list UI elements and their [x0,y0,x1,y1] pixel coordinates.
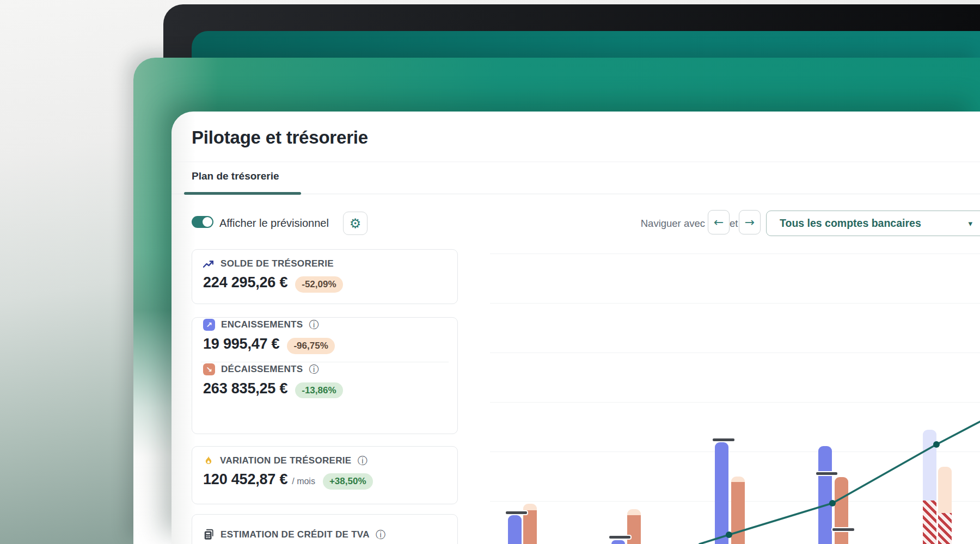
calculator-icon [203,529,215,540]
kpi-badge: -96,75% [287,338,334,354]
kpi-label: SOLDE DE TRÉSORERIE [220,258,334,269]
previsionnel-toggle[interactable] [192,216,213,228]
chart-line-dot [933,441,940,448]
info-icon[interactable]: ⓘ [376,530,385,540]
arrow-left-icon: ← [714,217,724,228]
arrow-right-icon: → [745,217,755,228]
kpi-value: 263 835,25 € [203,380,287,397]
trend-up-icon [203,260,215,268]
kpi-card-variation: VARIATION DE TRÉSORERIE ⓘ 120 452,87 € /… [192,446,458,504]
info-icon[interactable]: ⓘ [309,320,318,330]
navigate-with-label: Naviguer avec [641,218,705,230]
previous-period-button[interactable]: ← [708,210,730,234]
page-title: Pilotage et trésorerie [192,127,368,148]
chart-line-dot [726,531,732,538]
kpi-label: VARIATION DE TRÉSORERIE [220,455,351,466]
chart-settings-button[interactable]: ⚙ [343,212,367,235]
kpi-badge: -52,09% [295,276,342,293]
kpi-value: 19 995,47 € [203,336,279,353]
info-icon[interactable]: ⓘ [309,364,318,374]
bank-accounts-dropdown[interactable]: Tous les comptes bancaires ▾ [766,211,980,236]
kpi-badge: +38,50% [323,473,373,490]
chart-line-dot [829,500,836,506]
info-icon[interactable]: ⓘ [357,456,367,466]
kpi-card-tva: ESTIMATION DE CRÉDIT DE TVA ⓘ [192,514,458,544]
kpi-label: ENCAISSEMENTS [221,319,303,330]
screenshot-stage: Pilotage et trésorerie Plan de trésoreri… [0,0,980,544]
and-label: et [730,218,738,230]
kpi-label: ESTIMATION DE CRÉDIT DE TVA [220,529,370,540]
bank-accounts-dropdown-label: Tous les comptes bancaires [780,217,921,230]
kpi-card-flux: ↗ ENCAISSEMENTS ⓘ 19 995,47 € -96,75% ↘ … [192,317,458,434]
flame-icon [203,455,214,466]
arrow-down-right-icon: ↘ [203,363,215,375]
active-tab-underline [184,192,301,195]
tab-plan-de-tresorerie[interactable]: Plan de trésorerie [192,170,279,182]
kpi-value-suffix: / mois [292,477,315,486]
next-period-button[interactable]: → [739,210,761,234]
previsionnel-toggle-label: Afficher le prévisionnel [219,217,329,230]
kpi-value: 120 452,87 € [203,471,287,488]
arrow-up-right-icon: ↗ [203,319,215,331]
chevron-down-icon: ▾ [968,219,972,228]
kpi-badge: -13,86% [295,382,342,399]
kpi-label: DÉCAISSEMENTS [221,364,303,375]
header-divider [171,162,980,162]
kpi-value: 224 295,26 € [203,274,287,291]
toggle-knob [203,217,212,227]
kpi-card-solde: SOLDE DE TRÉSORERIE 224 295,26 € -52,09% [192,249,458,304]
gear-icon: ⚙ [350,217,362,230]
chart-solde-line [490,239,980,544]
cashflow-chart [490,239,980,544]
